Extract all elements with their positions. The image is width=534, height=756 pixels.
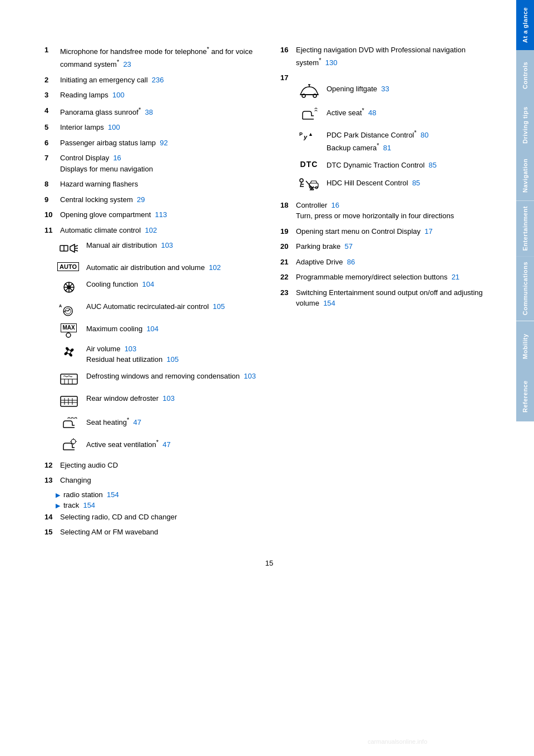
svg-rect-21 [61,396,77,406]
hdc-icon [296,178,327,193]
icon-row-air-volume: Air volume 103Residual heat utilization … [44,343,258,365]
list-item: 11 Automatic climate control 102 [44,225,258,236]
icon-row-defrost: Defrosting windows and removing condensa… [44,371,258,387]
icon-row-auto: AUTO Automatic air distribution and volu… [44,262,258,273]
svg-text:A: A [59,303,62,308]
defrost-text: Defrosting windows and removing condensa… [86,371,258,382]
list-item: 13 Changing [44,475,258,486]
seat-heat-text: Seat heating* 47 [86,415,258,428]
list-item: 18 Controller 16Turn, press or move hori… [280,200,494,222]
rear-defrost-text: Rear window defroster 103 [86,393,258,404]
list-item: 3 Reading lamps 100 [44,90,258,101]
list-item: 15 Selecting AM or FM waveband [44,527,258,538]
rear-defrost-icon [56,393,86,410]
svg-point-15 [67,350,71,354]
sidebar-tab-communications[interactable]: Communications [516,256,534,321]
list-item: 6 Passenger airbag status lamp 92 [44,138,258,149]
sidebar-tab-reference[interactable]: Reference [516,371,534,421]
defrost-icon [56,371,86,387]
sidebar-tab-navigation[interactable]: Navigation [516,150,534,200]
auc-text: AUC Automatic recirculated-air control 1… [86,301,258,312]
list-item: 5 Interior lamps 100 [44,122,258,133]
two-col-layout: 1 Microphone for handsfree mode for tele… [44,45,494,542]
icon-row-max: MAX Maximum cooling 104 [44,323,258,338]
auto-icon: AUTO [56,262,86,271]
svg-text:P: P [299,131,303,137]
air-volume-icon [56,343,86,360]
svg-line-4 [75,250,78,251]
hdc-text: HDC Hill Descent Control 85 [327,178,494,189]
liftgate-text: Opening liftgate 33 [327,84,494,95]
list-item: 22 Programmable memory/direct selection … [280,272,494,283]
active-seat-icon [296,106,327,121]
list-item: 20 Parking brake 57 [280,241,494,252]
auc-icon: A [56,301,86,318]
sub-bullet-radio: ▶ radio station 154 [44,490,258,499]
icon-row-rear-defrost: Rear window defroster 103 [44,393,258,410]
list-item: 14 Selecting radio, CD and CD changer [44,512,258,523]
icon-row-pdc: P y ▲ PDC Park Distance Control* 80Backu… [296,128,494,154]
max-icon: MAX [56,323,86,338]
seat-vent-text: Active seat ventilation* 47 [86,438,258,450]
icon-row-active-seat: Active seat* 48 [296,106,494,121]
list-item: 2 Initiating an emergency call 236 [44,75,258,86]
max-text: Maximum cooling 104 [86,323,258,335]
icon-row-cooling: Cooling function 104 [44,279,258,296]
icon-row-manual-air: Manual air distribution 103 [44,240,258,257]
main-content: 1 Microphone for handsfree mode for tele… [0,0,516,756]
page-container: 1 Microphone for handsfree mode for tele… [0,0,534,756]
sidebar-tab-at-a-glance[interactable]: At a glance [516,0,534,50]
dtc-icon: DTC [296,160,327,169]
icon-row-hdc: HDC Hill Descent Control 85 [296,178,494,193]
list-item: 23 Switching Entertainment sound output … [280,287,494,309]
list-item: 7 Control Display 16Displays for menu na… [44,153,258,174]
list-item: 16 Ejecting navigation DVD with Professi… [280,45,494,68]
icon-row-auc: A AUC Automatic recirculated-air control… [44,301,258,318]
svg-text:▲: ▲ [308,131,313,137]
svg-point-39 [300,179,303,182]
svg-line-13 [68,309,70,311]
svg-point-14 [66,333,71,337]
seat-heat-icon [56,415,86,432]
list-item: 8 Hazard warning flashers [44,179,258,190]
sidebar: At a glance Controls Driving tips Naviga… [516,0,534,756]
sidebar-tab-mobility[interactable]: Mobility [516,321,534,371]
sidebar-tab-entertainment[interactable]: Entertainment [516,200,534,256]
sub-bullet-track: ▶ track 154 [44,501,258,509]
watermark: carmanualsonline.info [368,738,427,745]
active-seat-text: Active seat* 48 [327,106,494,119]
icon-row-dtc: DTC DTC Dynamic Traction Control 85 [296,160,494,171]
right-column: 16 Ejecting navigation DVD with Professi… [280,45,494,542]
icon-row-seat-heat: Seat heating* 47 [44,415,258,432]
pdc-text: PDC Park Distance Control* 80Backup came… [327,128,494,154]
list-item: 19 Opening start menu on Control Display… [280,226,494,237]
liftgate-icon [296,84,327,99]
sidebar-tab-controls[interactable]: Controls [516,50,534,100]
svg-point-27 [71,439,76,444]
pdc-icon: P y ▲ [296,128,327,144]
manual-air-icon [56,240,86,257]
manual-air-text: Manual air distribution 103 [86,240,258,251]
seat-vent-icon [56,438,86,454]
svg-line-2 [75,246,78,247]
dtc-text: DTC Dynamic Traction Control 85 [327,160,494,171]
page-number: 15 [44,559,494,567]
left-column: 1 Microphone for handsfree mode for tele… [44,45,258,542]
list-item: 12 Ejecting audio CD [44,460,258,471]
icon-row-seat-vent: Active seat ventilation* 47 [44,438,258,454]
list-item: 4 Panorama glass sunroof* 38 [44,105,258,118]
list-item: 21 Adaptive Drive 86 [280,257,494,268]
list-item: 9 Central locking system 29 [44,194,258,205]
svg-text:y: y [303,134,308,140]
auto-text: Automatic air distribution and volume 10… [86,262,258,273]
icon-row-liftgate: Opening liftgate 33 [296,84,494,99]
list-item: 17 [280,72,494,84]
air-volume-text: Air volume 103Residual heat utilization … [86,343,258,365]
cooling-icon [56,279,86,296]
cooling-text: Cooling function 104 [86,279,258,290]
list-item: 1 Microphone for handsfree mode for tele… [44,45,258,70]
list-item: 10 Opening glove compartment 113 [44,209,258,220]
sidebar-tab-driving-tips[interactable]: Driving tips [516,100,534,150]
